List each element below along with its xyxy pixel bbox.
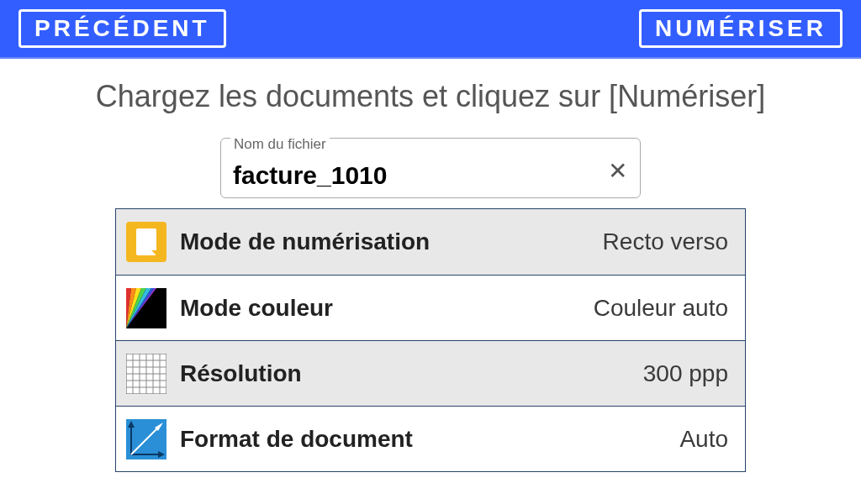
setting-value: Couleur auto — [594, 295, 728, 322]
scan-mode-icon — [126, 222, 166, 262]
header-bar: PRÉCÉDENT NUMÉRISER — [0, 0, 861, 59]
resolution-icon — [126, 354, 166, 394]
color-mode-icon — [126, 288, 166, 328]
setting-value: 300 ppp — [643, 360, 728, 387]
setting-row-doc-format[interactable]: Format de document Auto — [116, 406, 745, 471]
doc-format-icon — [126, 419, 166, 459]
svg-rect-3 — [156, 288, 166, 328]
setting-row-resolution[interactable]: Résolution 300 ppp — [116, 340, 745, 406]
settings-list: Mode de numérisation Recto verso Mode co… — [115, 208, 746, 472]
setting-label: Mode de numérisation — [180, 228, 603, 255]
filename-label: Nom du fichier — [230, 136, 330, 153]
setting-value: Auto — [679, 426, 728, 453]
back-button[interactable]: PRÉCÉDENT — [18, 9, 226, 48]
instruction-text: Chargez les documents et cliquez sur [Nu… — [96, 74, 765, 119]
filename-field: Nom du fichier ✕ — [220, 138, 641, 198]
setting-value: Recto verso — [603, 228, 728, 255]
main-content: Chargez les documents et cliquez sur [Nu… — [0, 59, 861, 472]
clear-icon[interactable]: ✕ — [608, 157, 627, 185]
setting-label: Format de document — [180, 426, 679, 453]
scan-button[interactable]: NUMÉRISER — [639, 9, 843, 48]
setting-label: Mode couleur — [180, 295, 594, 322]
setting-row-scan-mode[interactable]: Mode de numérisation Recto verso — [116, 209, 745, 275]
setting-row-color-mode[interactable]: Mode couleur Couleur auto — [116, 275, 745, 340]
setting-label: Résolution — [180, 360, 643, 387]
